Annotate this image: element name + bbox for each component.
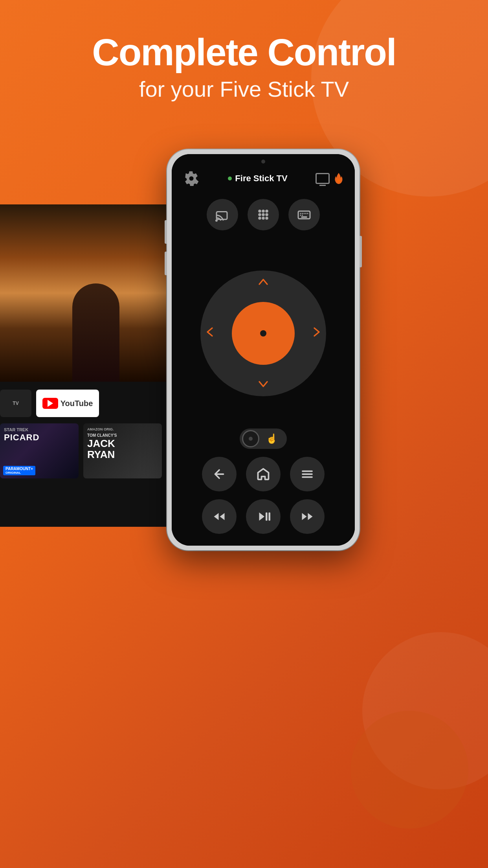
top-bar: Fire Stick TV bbox=[172, 170, 355, 187]
keyboard-button[interactable] bbox=[288, 199, 320, 230]
toggle-knob bbox=[242, 430, 259, 447]
amazon-badge: AMAZON ORIG. bbox=[87, 427, 117, 432]
svg-point-5 bbox=[265, 210, 268, 213]
top-right-icons bbox=[316, 172, 344, 185]
home-icon bbox=[256, 467, 270, 481]
sub-title: for your Five Stick TV bbox=[0, 76, 488, 102]
front-camera bbox=[261, 160, 265, 164]
down-arrow-icon bbox=[257, 380, 269, 388]
jack-ryan-title: AMAZON ORIG. TOM CLANCY'S JACKRYAN bbox=[87, 427, 117, 460]
dpad-right-button[interactable] bbox=[313, 326, 321, 341]
svg-marker-26 bbox=[259, 513, 265, 521]
firetv-app-icon: TV bbox=[0, 390, 31, 417]
svg-point-6 bbox=[258, 213, 261, 216]
svg-point-3 bbox=[258, 210, 261, 213]
paramount-text: PARAMOUNT+ bbox=[6, 467, 33, 471]
svg-point-8 bbox=[265, 213, 268, 216]
youtube-text: YouTube bbox=[61, 399, 93, 408]
tom-clancy-text: TOM CLANCY'S bbox=[87, 433, 117, 438]
power-button[interactable] bbox=[360, 236, 362, 267]
jack-ryan-name: JACKRYAN bbox=[87, 438, 117, 460]
dpad-left-button[interactable] bbox=[206, 326, 214, 341]
youtube-logo bbox=[42, 398, 58, 409]
main-title: Complete Control bbox=[0, 31, 488, 73]
apps-icon bbox=[256, 208, 270, 222]
cast-icon bbox=[215, 208, 229, 222]
dpad-down-button[interactable] bbox=[257, 378, 269, 391]
youtube-app-icon: YouTube bbox=[36, 390, 99, 417]
media-buttons bbox=[172, 499, 355, 534]
back-button[interactable] bbox=[202, 457, 237, 491]
gear-icon bbox=[184, 171, 199, 186]
touch-icon: ☝ bbox=[266, 433, 278, 444]
play-pause-button[interactable] bbox=[246, 499, 281, 534]
svg-point-4 bbox=[262, 210, 265, 213]
volume-up-button[interactable] bbox=[165, 220, 167, 244]
svg-marker-24 bbox=[214, 513, 219, 520]
play-pause-icon bbox=[256, 509, 270, 524]
toggle-section: ☝ bbox=[172, 428, 355, 449]
svg-marker-25 bbox=[220, 513, 225, 520]
dpad-up-button[interactable] bbox=[257, 276, 269, 289]
phone-screen: Fire Stick TV bbox=[172, 154, 355, 546]
up-arrow-icon bbox=[257, 278, 269, 286]
star-trek-label: STAR TREK bbox=[4, 427, 39, 432]
toggle-right: ☝ bbox=[259, 433, 284, 444]
flame-icon bbox=[334, 172, 344, 185]
device-name-text: Fire Stick TV bbox=[235, 173, 287, 184]
volume-down-button[interactable] bbox=[165, 252, 167, 275]
back-icon bbox=[212, 467, 226, 481]
home-button[interactable] bbox=[246, 457, 281, 491]
svg-marker-29 bbox=[302, 513, 307, 520]
scene-figure bbox=[72, 283, 119, 382]
device-name-section: Fire Stick TV bbox=[228, 173, 287, 184]
right-arrow-icon bbox=[313, 326, 321, 338]
fast-forward-button[interactable] bbox=[290, 499, 325, 534]
dpad-center-dot bbox=[260, 330, 266, 337]
svg-point-0 bbox=[337, 179, 340, 182]
picard-label: PICARD bbox=[4, 432, 39, 443]
dpad-outer bbox=[200, 270, 326, 396]
connection-status-dot bbox=[228, 177, 232, 180]
menu-button[interactable] bbox=[290, 457, 325, 491]
jack-ryan-card: AMAZON ORIG. TOM CLANCY'S JACKRYAN bbox=[83, 423, 162, 478]
svg-point-7 bbox=[262, 213, 265, 216]
youtube-play-triangle bbox=[48, 400, 53, 407]
svg-point-9 bbox=[258, 217, 261, 220]
tv-icon[interactable] bbox=[316, 173, 330, 184]
menu-icon bbox=[300, 467, 314, 481]
paramount-badge: PARAMOUNT+ ORIGINAL bbox=[3, 466, 35, 475]
star-trek-title: STAR TREK PICARD bbox=[4, 427, 39, 443]
bg-decoration-3 bbox=[350, 711, 468, 829]
svg-point-2 bbox=[215, 219, 218, 222]
rewind-button[interactable] bbox=[202, 499, 237, 534]
nav-buttons bbox=[172, 457, 355, 491]
tv-stand bbox=[319, 184, 326, 186]
svg-marker-30 bbox=[308, 513, 313, 520]
rewind-icon bbox=[212, 509, 226, 524]
fast-forward-icon bbox=[300, 509, 314, 524]
quick-actions bbox=[172, 199, 355, 230]
dpad-container bbox=[172, 242, 355, 425]
keyboard-icon bbox=[297, 208, 311, 222]
left-arrow-icon bbox=[206, 326, 214, 338]
original-text: ORIGINAL bbox=[6, 471, 33, 474]
cast-button[interactable] bbox=[207, 199, 238, 230]
svg-rect-27 bbox=[266, 513, 268, 521]
toggle-dot bbox=[249, 437, 253, 441]
settings-button[interactable] bbox=[183, 170, 200, 187]
firetv-label: TV bbox=[13, 401, 18, 406]
svg-point-10 bbox=[262, 217, 265, 220]
fire-icon[interactable] bbox=[334, 172, 344, 185]
star-trek-card: STAR TREK PICARD PARAMOUNT+ ORIGINAL bbox=[0, 423, 79, 478]
svg-point-11 bbox=[265, 217, 268, 220]
header-section: Complete Control for your Five Stick TV bbox=[0, 31, 488, 102]
dpad-center-button[interactable] bbox=[232, 302, 295, 365]
app-ui: Fire Stick TV bbox=[172, 154, 355, 546]
svg-rect-28 bbox=[269, 513, 271, 521]
apps-button[interactable] bbox=[248, 199, 279, 230]
mode-toggle[interactable]: ☝ bbox=[240, 428, 287, 449]
phone-frame: Fire Stick TV bbox=[167, 149, 360, 550]
